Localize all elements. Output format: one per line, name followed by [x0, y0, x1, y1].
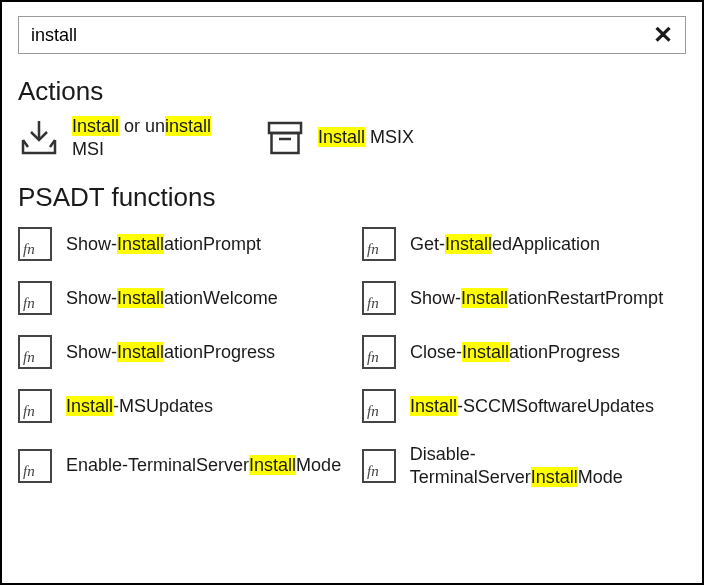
function-icon: fn — [18, 227, 52, 261]
function-label: Disable-TerminalServerInstallMode — [410, 443, 686, 488]
archive-box-icon — [264, 117, 306, 159]
fn-glyph: fn — [23, 350, 35, 367]
function-icon: fn — [362, 449, 396, 483]
fn-glyph: fn — [23, 296, 35, 313]
function-label: Show-InstallationWelcome — [66, 287, 278, 310]
function-label: Enable-TerminalServerInstallMode — [66, 454, 341, 477]
action-label: Install or uninstall MSI — [72, 115, 248, 160]
functions-grid: fnShow-InstallationPromptfnGet-Installed… — [18, 227, 686, 488]
fn-glyph: fn — [23, 404, 35, 421]
function-item[interactable]: fnInstall-MSUpdates — [18, 389, 342, 423]
action-item[interactable]: Install or uninstall MSI — [18, 115, 248, 160]
action-item[interactable]: Install MSIX — [264, 115, 494, 160]
function-label: Close-InstallationProgress — [410, 341, 620, 364]
function-item[interactable]: fnEnable-TerminalServerInstallMode — [18, 443, 342, 488]
fn-glyph: fn — [367, 242, 379, 259]
function-icon: fn — [362, 335, 396, 369]
function-item[interactable]: fnInstall-SCCMSoftwareUpdates — [362, 389, 686, 423]
section-heading-actions: Actions — [18, 76, 686, 107]
section-heading-functions: PSADT functions — [18, 182, 686, 213]
function-item[interactable]: fnShow-InstallationProgress — [18, 335, 342, 369]
function-item[interactable]: fnDisable-TerminalServerInstallMode — [362, 443, 686, 488]
function-label: Install-MSUpdates — [66, 395, 213, 418]
function-icon: fn — [362, 389, 396, 423]
clear-search-icon[interactable]: ✕ — [651, 23, 675, 47]
function-icon: fn — [18, 389, 52, 423]
function-label: Get-InstalledApplication — [410, 233, 600, 256]
action-label: Install MSIX — [318, 126, 414, 149]
search-bar: ✕ — [18, 16, 686, 54]
fn-glyph: fn — [367, 464, 379, 481]
fn-glyph: fn — [367, 296, 379, 313]
fn-glyph: fn — [23, 464, 35, 481]
function-label: Install-SCCMSoftwareUpdates — [410, 395, 654, 418]
fn-glyph: fn — [367, 404, 379, 421]
svg-rect-1 — [272, 133, 299, 153]
function-item[interactable]: fnClose-InstallationProgress — [362, 335, 686, 369]
function-icon: fn — [18, 449, 52, 483]
search-input[interactable] — [29, 24, 651, 47]
search-results-panel: ✕ Actions Install or uninstall MSIInstal… — [0, 0, 704, 585]
function-icon: fn — [362, 281, 396, 315]
function-item[interactable]: fnGet-InstalledApplication — [362, 227, 686, 261]
function-icon: fn — [362, 227, 396, 261]
fn-glyph: fn — [367, 350, 379, 367]
function-label: Show-InstallationRestartPrompt — [410, 287, 663, 310]
tray-download-icon — [18, 117, 60, 159]
function-item[interactable]: fnShow-InstallationPrompt — [18, 227, 342, 261]
function-icon: fn — [18, 335, 52, 369]
function-item[interactable]: fnShow-InstallationRestartPrompt — [362, 281, 686, 315]
function-item[interactable]: fnShow-InstallationWelcome — [18, 281, 342, 315]
function-icon: fn — [18, 281, 52, 315]
tray-download-icon — [18, 117, 60, 159]
fn-glyph: fn — [23, 242, 35, 259]
actions-list: Install or uninstall MSIInstall MSIX — [18, 115, 686, 160]
function-label: Show-InstallationProgress — [66, 341, 275, 364]
archive-box-icon — [264, 117, 306, 159]
function-label: Show-InstallationPrompt — [66, 233, 261, 256]
svg-rect-0 — [269, 123, 301, 133]
